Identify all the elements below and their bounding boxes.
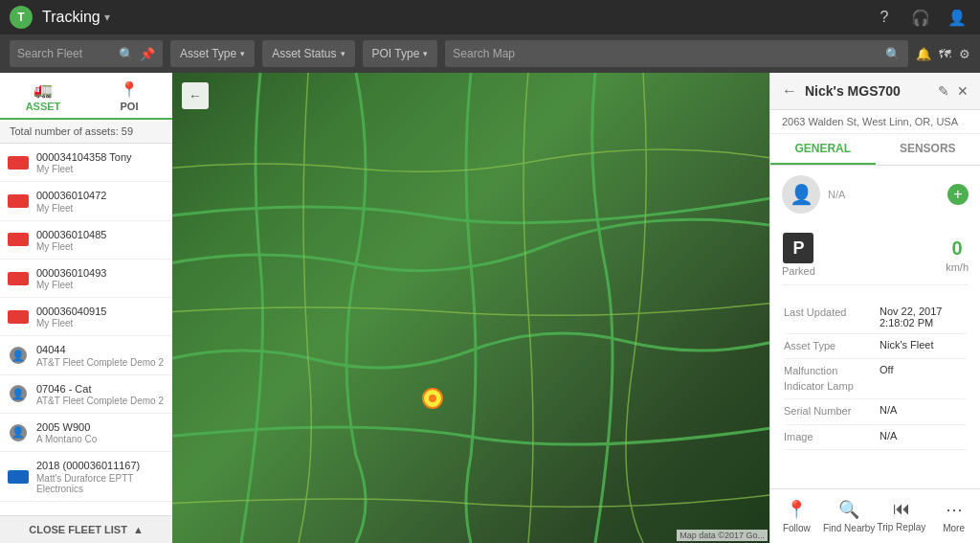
parked-label: Parked xyxy=(782,265,815,277)
asset-status-dropdown[interactable]: Asset Status ▾ xyxy=(262,40,354,67)
panel-body: 👤 N/A + P Parked 0 km/h Last UpdatedNov … xyxy=(770,166,980,488)
asset-name: 000036010472 xyxy=(36,189,165,202)
toolbar: 🔍 📌 Asset Type ▾ Asset Status ▾ POI Type… xyxy=(0,34,980,73)
speed-value: 0 xyxy=(952,238,963,260)
truck-icon xyxy=(8,233,29,246)
tab-sensors[interactable]: SENSORS xyxy=(876,134,981,165)
asset-fleet: A Montano Co xyxy=(36,434,165,444)
poi-type-dropdown[interactable]: POI Type ▾ xyxy=(363,40,438,67)
total-assets-count: Total number of assets: 59 xyxy=(0,120,172,144)
follow-action-label: Follow xyxy=(783,523,811,533)
more-action-label: More xyxy=(943,523,965,533)
panel-header: ← Nick's MGS700 ✎ ✕ xyxy=(770,73,980,110)
more-action-icon: ⋯ xyxy=(946,499,963,520)
list-item[interactable]: 👤04044AT&T Fleet Complete Demo 2 xyxy=(0,336,172,374)
asset-type-dropdown[interactable]: Asset Type ▾ xyxy=(170,40,255,67)
follow-action[interactable]: 📍Follow xyxy=(770,495,823,537)
list-item[interactable]: 👤2005 W900A Montano Co xyxy=(0,414,172,452)
close-fleet-button[interactable]: CLOSE FLEET LIST ▲ xyxy=(0,515,172,543)
tab-asset[interactable]: 🚛 ASSET xyxy=(0,73,86,118)
more-action[interactable]: ⋯More xyxy=(927,495,980,537)
info-value: Nov 22, 2017 2:18:02 PM xyxy=(880,305,967,328)
asset-name: 2005 W900 xyxy=(36,420,165,434)
list-item[interactable]: 2018 (000036011167)Matt's Duraforce EPTT… xyxy=(0,452,172,501)
asset-fleet: AT&T Fleet Complete Demo 2 xyxy=(36,396,165,406)
settings-icon[interactable]: ⚙ xyxy=(959,47,970,61)
van-icon xyxy=(8,470,29,484)
trip-replay-action-icon: ⏮ xyxy=(893,499,910,519)
list-item[interactable]: 000036040915My Fleet xyxy=(0,298,172,336)
close-fleet-arrow-icon: ▲ xyxy=(133,524,144,535)
truck-icon xyxy=(8,194,29,208)
asset-name: 07046 - Cat xyxy=(36,382,165,396)
fleet-search-box: 🔍 📌 xyxy=(10,40,163,67)
parked-letter: P xyxy=(783,233,813,263)
asset-fleet: My Fleet xyxy=(36,241,165,252)
list-item[interactable]: 000034104358 TonyMy Fleet xyxy=(0,144,172,182)
person-icon: 👤 xyxy=(10,424,27,441)
tab-poi[interactable]: 📍 POI xyxy=(86,73,172,118)
user-icon[interactable]: 👤 xyxy=(944,4,970,31)
fleet-search-icon: 🔍 xyxy=(119,47,134,61)
notification-icon[interactable]: 🔔 xyxy=(916,47,931,61)
trip-replay-action[interactable]: ⏮Trip Replay xyxy=(876,495,928,537)
info-label: Image xyxy=(784,430,880,444)
map-search-box: 🔍 xyxy=(445,40,908,67)
info-table: Last UpdatedNov 22, 2017 2:18:02 PMAsset… xyxy=(782,299,969,452)
status-row: 👤 N/A + xyxy=(782,175,969,214)
add-driver-button[interactable]: + xyxy=(947,184,969,205)
sidebar: 🚛 ASSET 📍 POI Total number of assets: 59… xyxy=(0,73,172,543)
asset-name: 04044 xyxy=(36,343,165,356)
speed-display: 0 km/h xyxy=(946,238,969,273)
avatar: 👤 xyxy=(782,175,820,214)
list-item[interactable]: 000036010493My Fleet xyxy=(0,260,172,298)
map-attribution: Map data ©2017 Go... xyxy=(677,530,768,541)
asset-list: 000034104358 TonyMy Fleet000036010472My … xyxy=(0,144,172,515)
table-row: Asset TypeNick's Fleet xyxy=(784,334,967,359)
asset-status-arrow-icon: ▾ xyxy=(341,49,345,58)
trip-replay-action-label: Trip Replay xyxy=(877,522,925,532)
find-nearby-action-label: Find Nearby xyxy=(823,523,875,533)
list-item[interactable]: 000036010485My Fleet xyxy=(0,221,172,260)
help-icon[interactable]: ? xyxy=(871,4,898,31)
find-nearby-action[interactable]: 🔍Find Nearby xyxy=(823,495,876,537)
table-row: Last UpdatedNov 22, 2017 2:18:02 PM xyxy=(784,301,967,334)
asset-name: 000036040915 xyxy=(36,305,165,318)
pin-icon[interactable]: 📌 xyxy=(140,47,155,61)
close-icon[interactable]: ✕ xyxy=(957,83,969,99)
info-label: Last Updated xyxy=(784,305,880,328)
map-area[interactable]: ← Map data ©2017 Go... xyxy=(172,73,769,543)
svg-point-1 xyxy=(429,395,436,402)
truck-icon: 🚛 xyxy=(33,80,53,99)
panel-back-button[interactable]: ← xyxy=(782,82,797,100)
truck-icon xyxy=(8,156,29,170)
asset-name: 2018 (000036011167) xyxy=(36,459,165,472)
app-logo: T xyxy=(10,6,33,29)
list-item[interactable]: 👤07046 - CatAT&T Fleet Complete Demo 2 xyxy=(0,375,172,414)
app-title-arrow[interactable]: ▾ xyxy=(104,11,110,24)
tab-general[interactable]: GENERAL xyxy=(770,134,876,165)
table-row: ImageN/A xyxy=(784,425,967,450)
info-label: Malfunction Indicator Lamp xyxy=(784,364,880,394)
edit-icon[interactable]: ✎ xyxy=(938,83,949,99)
info-value: Off xyxy=(880,364,967,394)
truck-icon xyxy=(8,272,29,285)
headset-icon[interactable]: 🎧 xyxy=(907,4,934,31)
asset-name: 000036010493 xyxy=(36,266,165,280)
asset-type-arrow-icon: ▾ xyxy=(240,49,245,58)
parked-status: P Parked xyxy=(782,233,815,277)
map-search-input[interactable] xyxy=(453,47,880,60)
sidebar-tabs: 🚛 ASSET 📍 POI xyxy=(0,73,172,120)
poi-icon: 📍 xyxy=(120,80,139,99)
map-back-button[interactable]: ← xyxy=(182,82,209,109)
list-item[interactable]: 000036010472My Fleet xyxy=(0,182,172,220)
asset-name: 000034104358 Tony xyxy=(36,150,165,164)
info-label: Serial Number xyxy=(784,404,880,419)
person-icon: 👤 xyxy=(10,347,27,364)
info-label: Asset Type xyxy=(784,339,880,353)
person-icon: 👤 xyxy=(10,385,27,402)
asset-name: 000036010485 xyxy=(36,228,165,241)
app-title-text: Tracking xyxy=(42,9,100,26)
layers-icon[interactable]: 🗺 xyxy=(939,47,951,61)
fleet-search-input[interactable] xyxy=(17,47,113,60)
